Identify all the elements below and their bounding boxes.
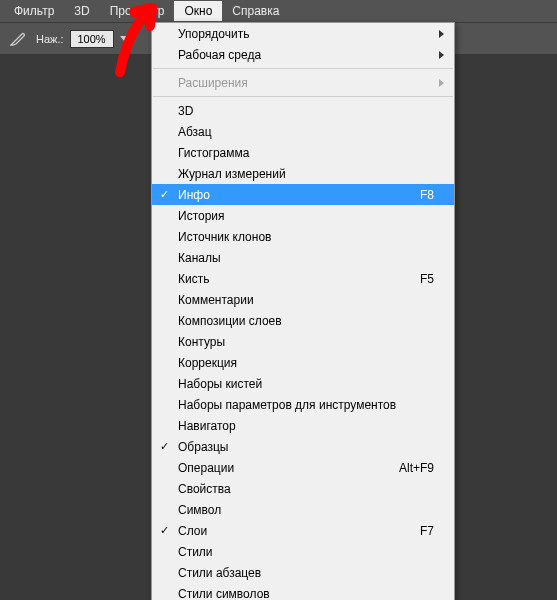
menu-option-label: Кисть bbox=[178, 272, 400, 286]
menu-option[interactable]: Упорядочить bbox=[152, 23, 454, 44]
menu-option-label: Стили bbox=[178, 545, 434, 559]
check-icon: ✓ bbox=[160, 440, 169, 453]
menu-option[interactable]: Композиции слоев bbox=[152, 310, 454, 331]
pressure-group: Наж.: bbox=[36, 30, 128, 48]
menu-option-label: Источник клонов bbox=[178, 230, 434, 244]
menu-option[interactable]: Наборы параметров для инструментов bbox=[152, 394, 454, 415]
submenu-arrow-icon bbox=[439, 79, 444, 87]
dropdown-caret-icon[interactable] bbox=[120, 36, 128, 41]
menubar: Фильтр3DПросмотрОкноСправка bbox=[0, 0, 557, 22]
menu-справка[interactable]: Справка bbox=[222, 1, 289, 21]
menu-option-label: Инфо bbox=[178, 188, 400, 202]
menu-option[interactable]: Каналы bbox=[152, 247, 454, 268]
menu-option[interactable]: КистьF5 bbox=[152, 268, 454, 289]
menu-option[interactable]: История bbox=[152, 205, 454, 226]
menu-option-label: Журнал измерений bbox=[178, 167, 434, 181]
menu-option-label: Навигатор bbox=[178, 419, 434, 433]
submenu-arrow-icon bbox=[439, 30, 444, 38]
pressure-input[interactable] bbox=[70, 30, 114, 48]
menu-option[interactable]: Наборы кистей bbox=[152, 373, 454, 394]
menu-option[interactable]: 3D bbox=[152, 100, 454, 121]
menu-option[interactable]: Журнал измерений bbox=[152, 163, 454, 184]
pressure-label: Наж.: bbox=[36, 33, 64, 45]
menu-option[interactable]: ✓ИнфоF8 bbox=[152, 184, 454, 205]
menu-окно[interactable]: Окно bbox=[174, 1, 222, 21]
menu-option-label: Свойства bbox=[178, 482, 434, 496]
menu-option[interactable]: Источник клонов bbox=[152, 226, 454, 247]
menu-option[interactable]: ✓Образцы bbox=[152, 436, 454, 457]
menu-option[interactable]: Стили символов bbox=[152, 583, 454, 600]
window-menu-dropdown: УпорядочитьРабочая средаРасширения3DАбза… bbox=[151, 22, 455, 600]
menu-shortcut: F7 bbox=[400, 524, 434, 538]
menu-option-label: Гистограмма bbox=[178, 146, 434, 160]
menu-option-label: Образцы bbox=[178, 440, 434, 454]
menu-option-label: Символ bbox=[178, 503, 434, 517]
menu-shortcut: F5 bbox=[400, 272, 434, 286]
menu-option-label: Каналы bbox=[178, 251, 434, 265]
menu-option-label: Стили абзацев bbox=[178, 566, 434, 580]
menu-option[interactable]: Навигатор bbox=[152, 415, 454, 436]
menu-option[interactable]: Комментарии bbox=[152, 289, 454, 310]
menu-фильтр[interactable]: Фильтр bbox=[4, 1, 64, 21]
menu-option-label: Композиции слоев bbox=[178, 314, 434, 328]
menu-option-label: 3D bbox=[178, 104, 434, 118]
menu-separator bbox=[153, 68, 453, 69]
check-icon: ✓ bbox=[160, 188, 169, 201]
menu-option[interactable]: Контуры bbox=[152, 331, 454, 352]
menu-option-label: История bbox=[178, 209, 434, 223]
menu-option[interactable]: Стили абзацев bbox=[152, 562, 454, 583]
menu-separator bbox=[153, 96, 453, 97]
menu-option-label: Расширения bbox=[178, 76, 434, 90]
menu-3d[interactable]: 3D bbox=[64, 1, 99, 21]
menu-option-label: Стили символов bbox=[178, 587, 434, 601]
menu-option[interactable]: Стили bbox=[152, 541, 454, 562]
menu-option-label: Слои bbox=[178, 524, 400, 538]
menu-option[interactable]: ✓СлоиF7 bbox=[152, 520, 454, 541]
menu-option-label: Наборы параметров для инструментов bbox=[178, 398, 434, 412]
submenu-arrow-icon bbox=[439, 51, 444, 59]
menu-option-label: Абзац bbox=[178, 125, 434, 139]
menu-option[interactable]: Гистограмма bbox=[152, 142, 454, 163]
menu-option-label: Комментарии bbox=[178, 293, 434, 307]
menu-shortcut: Alt+F9 bbox=[379, 461, 434, 475]
menu-option-label: Упорядочить bbox=[178, 27, 434, 41]
menu-shortcut: F8 bbox=[400, 188, 434, 202]
menu-option[interactable]: Свойства bbox=[152, 478, 454, 499]
menu-option-label: Контуры bbox=[178, 335, 434, 349]
menu-option: Расширения bbox=[152, 72, 454, 93]
menu-option[interactable]: Символ bbox=[152, 499, 454, 520]
brush-icon bbox=[8, 30, 26, 48]
menu-option-label: Коррекция bbox=[178, 356, 434, 370]
menu-option[interactable]: ОперацииAlt+F9 bbox=[152, 457, 454, 478]
check-icon: ✓ bbox=[160, 524, 169, 537]
menu-option-label: Рабочая среда bbox=[178, 48, 434, 62]
menu-option[interactable]: Абзац bbox=[152, 121, 454, 142]
menu-option-label: Наборы кистей bbox=[178, 377, 434, 391]
menu-option-label: Операции bbox=[178, 461, 379, 475]
menu-просмотр[interactable]: Просмотр bbox=[100, 1, 175, 21]
menu-option[interactable]: Рабочая среда bbox=[152, 44, 454, 65]
menu-option[interactable]: Коррекция bbox=[152, 352, 454, 373]
